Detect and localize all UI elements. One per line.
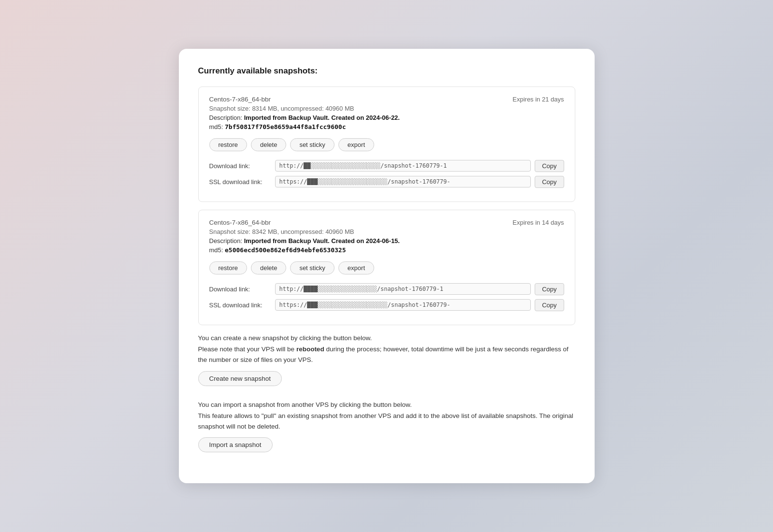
snapshot-size-1: Snapshot size: 8314 MB, uncompressed: 40… (209, 105, 564, 112)
set-sticky-btn-1[interactable]: set sticky (290, 138, 334, 151)
create-section: You can create a new snapshot by clickin… (198, 333, 575, 395)
export-btn-2[interactable]: export (338, 261, 374, 274)
restore-btn-2[interactable]: restore (209, 261, 247, 274)
snapshot-header-2: Centos-7-x86_64-bbr Expires in 14 days (209, 219, 564, 226)
desc-bold-1: Imported from Backup Vault. Created on 2… (244, 114, 400, 121)
snapshot-md5-2: md5: e5006ecd500e862ef6d94ebfe6530325 (209, 246, 564, 254)
desc-prefix-1: Description: (209, 114, 244, 121)
ssl-label-2: SSL download link: (209, 302, 271, 309)
download-input-1[interactable] (275, 160, 531, 172)
snapshot-description-1: Description: Imported from Backup Vault.… (209, 114, 564, 121)
create-info-2-prefix: Please note that your VPS will be (198, 345, 296, 353)
create-info-2-bold: rebooted (296, 345, 324, 353)
snapshot-md5-1: md5: 7bf50817f705e8659a44f8a1fcc9600c (209, 123, 564, 130)
ssl-input-2[interactable] (275, 299, 531, 311)
md5-value-2: e5006ecd500e862ef6d94ebfe6530325 (225, 246, 346, 254)
snapshot-name-1: Centos-7-x86_64-bbr (209, 96, 271, 103)
expires-badge-1: Expires in 21 days (512, 96, 564, 103)
ssl-link-row-1: SSL download link: Copy (209, 176, 564, 188)
create-info-2: Please note that your VPS will be reboot… (198, 344, 575, 365)
action-buttons-2: restore delete set sticky export (209, 261, 564, 274)
download-label-2: Download link: (209, 286, 271, 293)
snapshot-size-2: Snapshot size: 8342 MB, uncompressed: 40… (209, 228, 564, 235)
snapshot-card-1: Centos-7-x86_64-bbr Expires in 21 days S… (198, 86, 575, 202)
md5-prefix-1: md5: (209, 123, 225, 130)
expires-badge-2: Expires in 14 days (512, 219, 564, 226)
copy-download-btn-1[interactable]: Copy (535, 160, 564, 172)
md5-value-1: 7bf50817f705e8659a44f8a1fcc9600c (225, 123, 346, 130)
delete-btn-1[interactable]: delete (251, 138, 286, 151)
import-info-1: You can import a snapshot from another V… (198, 400, 575, 410)
main-card: Currently available snapshots: Centos-7-… (179, 49, 595, 484)
copy-ssl-btn-2[interactable]: Copy (535, 299, 564, 311)
md5-prefix-2: md5: (209, 246, 225, 254)
desc-bold-2: Imported from Backup Vault. Created on 2… (244, 237, 400, 244)
create-snapshot-button[interactable]: Create new snapshot (198, 371, 282, 386)
snapshot-header-1: Centos-7-x86_64-bbr Expires in 21 days (209, 96, 564, 103)
export-btn-1[interactable]: export (338, 138, 374, 151)
ssl-input-1[interactable] (275, 176, 531, 187)
desc-prefix-2: Description: (209, 237, 244, 244)
delete-btn-2[interactable]: delete (251, 261, 286, 274)
page-title: Currently available snapshots: (198, 66, 575, 76)
restore-btn-1[interactable]: restore (209, 138, 247, 151)
copy-ssl-btn-1[interactable]: Copy (535, 176, 564, 188)
ssl-label-1: SSL download link: (209, 178, 271, 186)
action-buttons-1: restore delete set sticky export (209, 138, 564, 151)
import-info-2: This feature allows to "pull" an existin… (198, 411, 575, 431)
import-snapshot-button[interactable]: Import a snapshot (198, 437, 273, 452)
ssl-link-row-2: SSL download link: Copy (209, 299, 564, 311)
download-label-1: Download link: (209, 162, 271, 170)
snapshot-name-2: Centos-7-x86_64-bbr (209, 219, 271, 226)
download-link-row-1: Download link: Copy (209, 160, 564, 172)
copy-download-btn-2[interactable]: Copy (535, 283, 564, 295)
import-section: You can import a snapshot from another V… (198, 400, 575, 461)
download-link-row-2: Download link: Copy (209, 283, 564, 295)
snapshot-description-2: Description: Imported from Backup Vault.… (209, 237, 564, 244)
create-info-1: You can create a new snapshot by clickin… (198, 333, 575, 344)
download-input-2[interactable] (275, 283, 531, 295)
set-sticky-btn-2[interactable]: set sticky (290, 261, 334, 274)
snapshot-card-2: Centos-7-x86_64-bbr Expires in 14 days S… (198, 210, 575, 325)
